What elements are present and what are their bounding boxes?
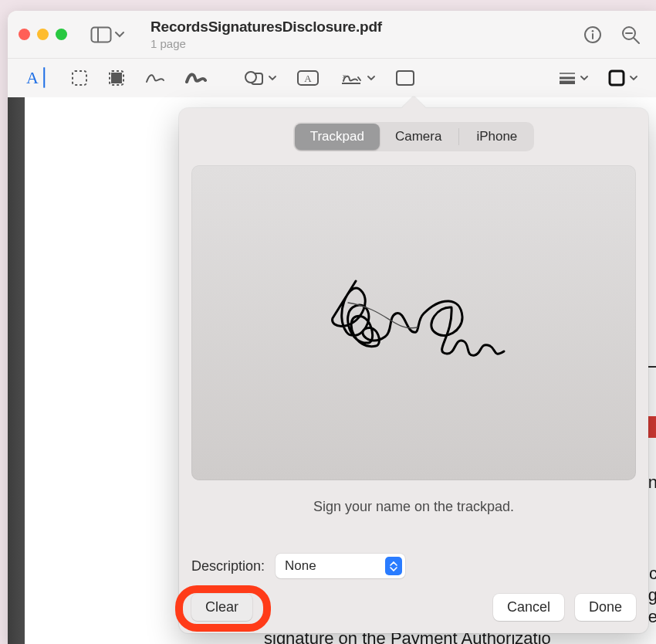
signature-hint: Sign your name on the trackpad. [191, 499, 636, 515]
svg-point-12 [245, 72, 256, 83]
svg-rect-4 [592, 33, 593, 39]
info-icon [583, 25, 602, 44]
fullscreen-window-button[interactable] [56, 29, 67, 40]
svg-rect-21 [610, 71, 624, 85]
page-red-mark [648, 416, 656, 438]
description-label: Description: [191, 558, 265, 575]
tab-camera[interactable]: Camera [380, 124, 457, 150]
sidebar-icon [90, 26, 112, 43]
svg-rect-0 [92, 27, 111, 42]
squiggle-thick-icon [185, 71, 207, 85]
description-row: Description: None [191, 554, 636, 578]
partial-text: n [648, 473, 656, 493]
sidebar-toggle-button[interactable] [86, 23, 129, 46]
svg-text:x: x [343, 73, 346, 80]
border-color-icon [608, 69, 625, 86]
description-select[interactable]: None [276, 554, 405, 578]
chevron-down-icon [580, 76, 588, 81]
left-gutter [8, 97, 25, 644]
partial-text: c [649, 564, 656, 584]
text-selection-tool[interactable]: A⎪ [23, 65, 54, 91]
filled-dashed-rect-icon [108, 69, 125, 86]
dashed-rect-icon [71, 69, 88, 86]
svg-rect-8 [73, 71, 86, 85]
cancel-button[interactable]: Cancel [493, 594, 564, 621]
popover-button-row: Clear Cancel Done [191, 594, 636, 621]
svg-rect-9 [111, 73, 122, 83]
chevron-down-icon [630, 76, 637, 81]
partial-text: e [648, 607, 656, 627]
line-style-tool[interactable] [556, 69, 591, 87]
done-button[interactable]: Done [575, 594, 636, 621]
text-selection-glyph: A [26, 68, 39, 88]
line-weight-icon [559, 72, 576, 84]
close-window-button[interactable] [19, 29, 30, 40]
signature-popover: Trackpad Camera iPhone Sign your name on… [179, 108, 648, 633]
tab-iphone[interactable]: iPhone [461, 124, 533, 150]
chevron-down-icon [367, 76, 375, 81]
shapes-tool[interactable] [241, 66, 279, 90]
chevron-down-icon [269, 76, 276, 81]
document-title: RecordsSignaturesDisclosure.pdf [150, 19, 579, 36]
sign-tool[interactable]: x [336, 66, 378, 90]
tab-trackpad[interactable]: Trackpad [295, 124, 380, 150]
title-group: RecordsSignaturesDisclosure.pdf 1 page [150, 19, 579, 50]
svg-point-3 [592, 30, 594, 32]
chevron-down-icon [115, 32, 124, 38]
markup-toolbar: A⎪ [8, 59, 656, 97]
clear-button[interactable]: Clear [191, 594, 252, 621]
signature-source-segmented: Trackpad Camera iPhone [293, 122, 535, 151]
svg-rect-17 [397, 71, 414, 85]
note-tool[interactable] [392, 66, 418, 90]
signature-icon: x [340, 69, 363, 86]
squiggle-thin-icon [145, 71, 165, 85]
partial-text: g [648, 585, 656, 605]
trackpad-signature-pad[interactable] [191, 165, 636, 480]
zoom-out-icon [620, 25, 641, 45]
minimize-window-button[interactable] [37, 29, 49, 40]
rectangle-icon [395, 69, 415, 86]
svg-line-6 [634, 38, 639, 43]
rect-selection-tool[interactable] [68, 66, 91, 90]
description-value: None [285, 558, 316, 574]
window-controls [19, 29, 67, 40]
draw-tool[interactable] [182, 68, 210, 88]
zoom-out-button[interactable] [620, 25, 641, 45]
select-stepper-icon [385, 557, 402, 575]
shapes-icon [244, 69, 264, 86]
sketch-tool[interactable] [142, 68, 168, 88]
redact-tool[interactable] [105, 66, 128, 90]
info-button[interactable] [583, 25, 602, 44]
border-color-tool[interactable] [605, 66, 641, 90]
svg-text:A: A [304, 73, 312, 84]
titlebar: RecordsSignaturesDisclosure.pdf 1 page [8, 11, 656, 59]
text-box-tool[interactable]: A [293, 66, 323, 90]
document-subtitle: 1 page [150, 37, 579, 50]
signature-drawing [302, 261, 526, 385]
text-box-icon: A [296, 69, 320, 86]
